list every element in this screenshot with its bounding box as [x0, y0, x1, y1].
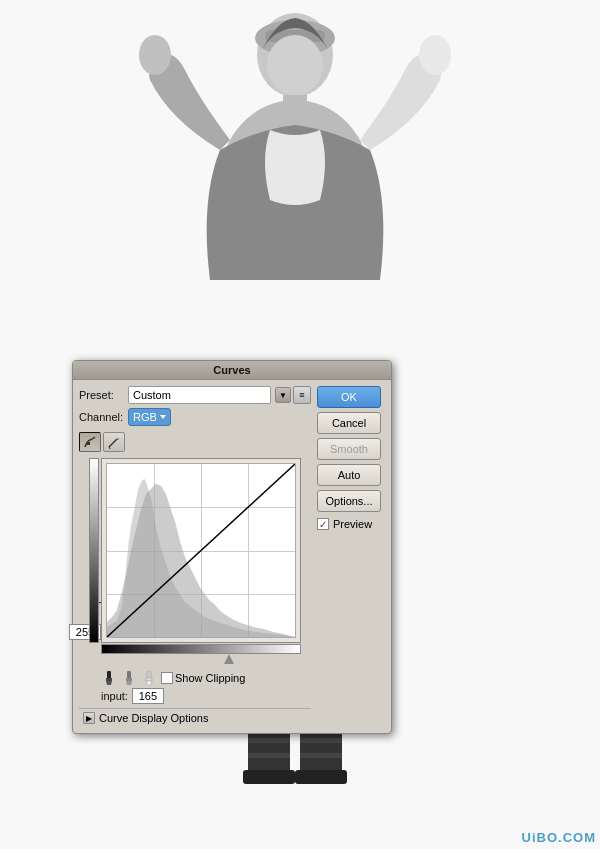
curve-line: [107, 464, 295, 637]
figure-upper: [120, 0, 480, 380]
channel-row: Channel: RGB: [79, 408, 311, 426]
svg-rect-17: [300, 738, 342, 743]
curves-dialog: Curves Preset: Custom ▼ ≡ Channel: [72, 360, 392, 734]
black-eyedropper-btn[interactable]: [101, 670, 117, 686]
show-clipping-label: Show Clipping: [175, 672, 245, 684]
watermark: UiBO.COM: [522, 830, 596, 845]
svg-rect-19: [300, 753, 342, 758]
preset-options-icon[interactable]: ≡: [293, 386, 311, 404]
options-button[interactable]: Options...: [317, 490, 381, 512]
svg-line-24: [107, 464, 295, 637]
cancel-button[interactable]: Cancel: [317, 412, 381, 434]
preview-label: Preview: [333, 518, 372, 530]
slider-thumb[interactable]: [224, 654, 234, 664]
dialog-title: Curves: [73, 361, 391, 380]
curve-tool-btn[interactable]: [79, 432, 101, 452]
input-value-row: input: 165: [101, 688, 311, 704]
svg-rect-10: [243, 770, 295, 784]
preset-label: Preset:: [79, 389, 124, 401]
svg-marker-33: [146, 681, 152, 685]
svg-line-23: [109, 447, 110, 449]
auto-button[interactable]: Auto: [317, 464, 381, 486]
curve-display-label: Curve Display Options: [99, 712, 208, 724]
svg-marker-30: [126, 681, 132, 685]
smooth-button[interactable]: Smooth: [317, 438, 381, 460]
svg-rect-29: [126, 678, 132, 681]
svg-point-5: [139, 35, 171, 75]
ok-button[interactable]: OK: [317, 386, 381, 408]
svg-point-7: [267, 35, 323, 95]
channel-label: Channel:: [79, 411, 124, 423]
show-clipping-row: Show Clipping: [161, 672, 245, 684]
preset-select[interactable]: Custom: [128, 386, 271, 404]
svg-rect-32: [146, 678, 152, 681]
preview-row: ✓ Preview: [317, 518, 385, 530]
graph-inner: [106, 463, 296, 638]
svg-rect-20: [87, 442, 90, 445]
show-clipping-checkbox[interactable]: [161, 672, 173, 684]
input-value[interactable]: 165: [132, 688, 164, 704]
svg-rect-11: [295, 770, 347, 784]
channel-arrow-icon: [160, 415, 166, 419]
curve-display-toggle[interactable]: ▶: [83, 712, 95, 724]
svg-line-21: [109, 439, 117, 447]
svg-point-6: [419, 35, 451, 75]
graph-wrapper: Output: 255: [79, 458, 311, 704]
preview-checkbox[interactable]: ✓: [317, 518, 329, 530]
channel-select[interactable]: RGB: [128, 408, 171, 426]
input-label: input:: [101, 690, 128, 702]
svg-rect-18: [248, 753, 290, 758]
pencil-tool-btn[interactable]: [103, 432, 125, 452]
preset-select-wrapper: Custom ▼ ≡: [128, 386, 311, 404]
preset-row: Preset: Custom ▼ ≡: [79, 386, 311, 404]
curves-graph[interactable]: [101, 458, 301, 643]
svg-marker-27: [106, 681, 112, 685]
curve-display-opts-row: ▶ Curve Display Options: [79, 708, 311, 727]
white-eyedropper-btn[interactable]: [141, 670, 157, 686]
tool-row: [79, 432, 311, 452]
svg-rect-26: [106, 678, 112, 681]
svg-rect-16: [248, 738, 290, 743]
dialog-left-panel: Preset: Custom ▼ ≡ Channel: RGB: [79, 386, 311, 727]
preset-arrow[interactable]: ▼: [275, 387, 291, 403]
input-row: Show Clipping: [101, 670, 311, 686]
slider-area: [101, 654, 301, 668]
gray-eyedropper-btn[interactable]: [121, 670, 137, 686]
dialog-right-panel: OK Cancel Smooth Auto Options... ✓ Previ…: [317, 386, 385, 727]
